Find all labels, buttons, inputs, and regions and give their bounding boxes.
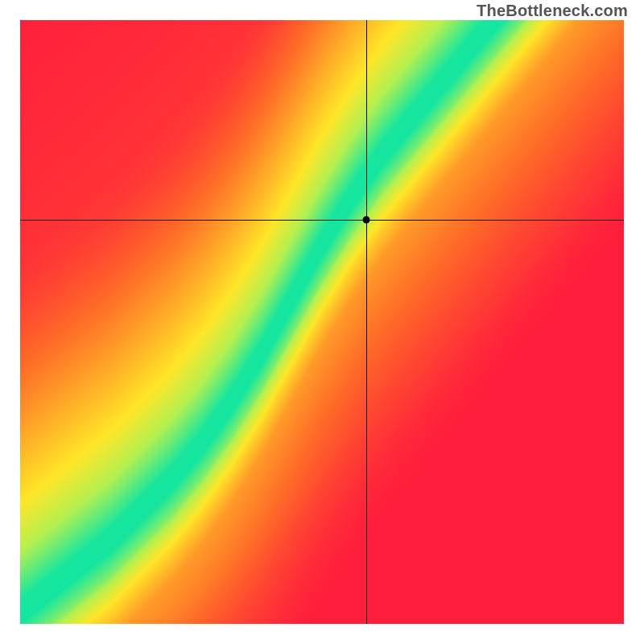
watermark-text: TheBottleneck.com: [477, 2, 628, 20]
crosshair-vertical: [366, 20, 367, 624]
chart-container: TheBottleneck.com: [0, 0, 644, 644]
data-point-marker: [362, 216, 369, 223]
bottleneck-heatmap: [20, 20, 624, 624]
crosshair-horizontal: [20, 220, 624, 221]
